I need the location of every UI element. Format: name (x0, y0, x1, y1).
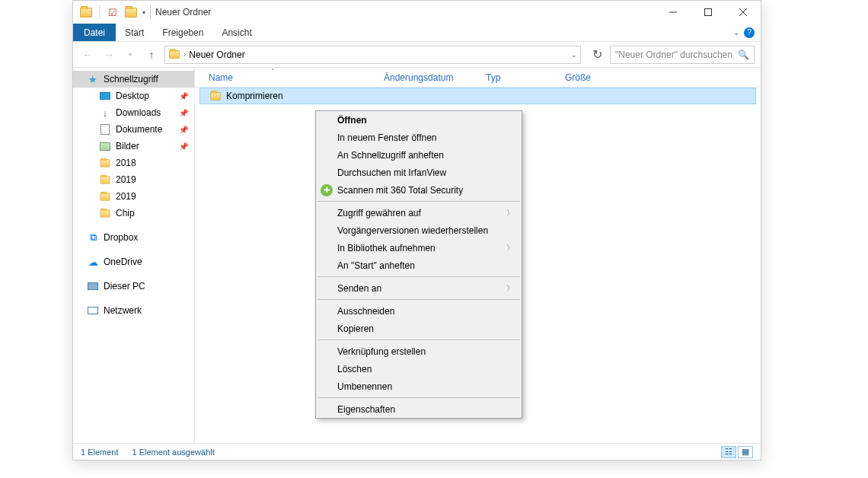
label: Schnellzugriff (104, 74, 158, 84)
label: Downloads (116, 107, 161, 118)
address-dropdown-icon[interactable]: ⌄ (571, 51, 577, 59)
separator (318, 276, 520, 277)
file-name: Komprimieren (226, 91, 283, 101)
sidebar-item-downloads[interactable]: ↓ Downloads 📌 (73, 104, 194, 121)
separator (150, 5, 151, 19)
sidebar-item-folder[interactable]: 2019 (73, 188, 194, 205)
help-icon[interactable]: ? (744, 27, 755, 38)
ctx-properties[interactable]: Eigenschaften (316, 400, 522, 418)
ctx-delete[interactable]: Löschen (316, 360, 522, 378)
ctx-create-shortcut[interactable]: Verknüpfung erstellen (316, 343, 522, 360)
separator (318, 339, 520, 340)
label: Dropbox (104, 232, 138, 243)
refresh-button[interactable]: ↻ (589, 46, 605, 63)
sidebar-item-folder[interactable]: 2018 (73, 155, 194, 171)
tab-start[interactable]: Start (116, 24, 153, 41)
window-title: Neuer Ordner (155, 7, 211, 18)
ribbon-tabs: Datei Start Freigeben Ansicht ⌄ ? (73, 24, 761, 42)
qat-newfolder-icon[interactable] (123, 4, 139, 21)
chevron-right-icon: › (183, 50, 186, 59)
ctx-scan-360[interactable]: ✚ Scannen mit 360 Total Security (316, 181, 522, 199)
sort-indicator-icon: ˄ (271, 68, 274, 75)
sidebar-item-folder[interactable]: Chip (73, 205, 194, 221)
download-icon: ↓ (99, 107, 111, 119)
dropbox-icon: ⧉ (87, 231, 99, 244)
maximize-button[interactable] (691, 1, 726, 24)
label: 2019 (116, 191, 136, 202)
nav-toolbar: ← → ▾ ↑ › Neuer Ordner ⌄ ↻ "Neuer Ordner… (73, 42, 761, 68)
label: Zugriff gewähren auf (337, 208, 421, 218)
nav-pane: ★ Schnellzugriff Desktop 📌 ↓ Downloads 📌… (73, 68, 195, 443)
ctx-previous-versions[interactable]: Vorgängerversionen wiederherstellen (316, 221, 522, 239)
column-type[interactable]: Typ (480, 72, 559, 83)
close-button[interactable] (726, 1, 761, 24)
sidebar-item-network[interactable]: Netzwerk (73, 302, 194, 319)
forward-button[interactable]: → (101, 46, 117, 63)
label: Chip (116, 208, 135, 218)
ctx-rename[interactable]: Umbenennen (316, 378, 522, 395)
separator (318, 201, 520, 202)
svg-rect-1 (705, 9, 712, 16)
ctx-grant-access[interactable]: Zugriff gewähren auf 〉 (316, 204, 522, 221)
minimize-button[interactable] (656, 1, 691, 24)
ribbon-collapse-icon[interactable]: ⌄ (733, 28, 739, 37)
label: Bilder (116, 141, 139, 151)
ctx-cut[interactable]: Ausschneiden (316, 302, 522, 320)
document-icon (99, 123, 111, 135)
pc-icon (87, 280, 99, 292)
view-details-button[interactable]: ☷ (721, 446, 736, 458)
column-name[interactable]: Name (195, 72, 378, 83)
address-bar[interactable]: › Neuer Ordner ⌄ (164, 46, 581, 64)
label: OneDrive (104, 257, 142, 267)
ctx-copy[interactable]: Kopieren (316, 320, 522, 337)
column-size[interactable]: Größe (559, 72, 620, 83)
folder-icon (99, 190, 111, 202)
search-placeholder: "Neuer Ordner" durchsuchen (615, 49, 732, 60)
label: Desktop (116, 91, 149, 101)
history-dropdown-icon[interactable]: ▾ (122, 46, 139, 63)
sidebar-item-quickaccess[interactable]: ★ Schnellzugriff (73, 71, 194, 88)
label: 2019 (116, 174, 136, 185)
title-bar: ☑ ▾ Neuer Ordner (73, 1, 761, 24)
sidebar-item-thispc[interactable]: Dieser PC (73, 278, 194, 295)
column-date[interactable]: Änderungsdatum (378, 72, 480, 83)
view-icons-button[interactable]: ▦ (738, 446, 753, 458)
qat-dropdown-icon[interactable]: ▾ (142, 9, 145, 16)
pin-icon: 📌 (179, 92, 188, 100)
submenu-arrow-icon: 〉 (506, 243, 514, 253)
sidebar-item-folder[interactable]: 2019 (73, 171, 194, 188)
network-icon (87, 304, 99, 317)
tab-view[interactable]: Ansicht (212, 24, 260, 41)
sidebar-item-onedrive[interactable]: ☁ OneDrive (73, 253, 194, 270)
label: Netzwerk (104, 305, 142, 316)
ctx-open-new-window[interactable]: In neuem Fenster öffnen (316, 129, 522, 146)
sidebar-item-pictures[interactable]: Bilder 📌 (73, 138, 194, 155)
label: Dieser PC (104, 281, 145, 292)
breadcrumb-location[interactable]: Neuer Ordner (189, 49, 244, 60)
ctx-pin-quickaccess[interactable]: An Schnellzugriff anheften (316, 146, 522, 164)
search-input[interactable]: "Neuer Ordner" durchsuchen 🔍 (610, 46, 755, 64)
tab-file[interactable]: Datei (73, 24, 116, 41)
label: Dokumente (116, 124, 162, 135)
folder-icon (99, 207, 111, 219)
tab-share[interactable]: Freigeben (153, 24, 212, 41)
ctx-open[interactable]: Öffnen (316, 111, 522, 129)
sidebar-item-dropbox[interactable]: ⧉ Dropbox (73, 229, 194, 246)
qat-properties-icon[interactable]: ☑ (104, 4, 121, 21)
desktop-icon (99, 90, 111, 102)
ctx-send-to[interactable]: Senden an 〉 (316, 279, 522, 297)
ctx-pin-start[interactable]: An "Start" anheften (316, 257, 522, 274)
star-icon: ★ (87, 73, 99, 85)
ctx-browse-irfanview[interactable]: Durchsuchen mit IrfanView (316, 164, 522, 181)
pin-icon: 📌 (179, 109, 188, 117)
up-button[interactable]: ↑ (143, 46, 160, 63)
sidebar-item-desktop[interactable]: Desktop 📌 (73, 88, 194, 104)
status-selected-count: 1 Element ausgewählt (132, 448, 215, 457)
pin-icon: 📌 (179, 126, 188, 134)
ctx-include-library[interactable]: In Bibliothek aufnehmen 〉 (316, 239, 522, 257)
label: In Bibliothek aufnehmen (337, 243, 436, 253)
sidebar-item-documents[interactable]: Dokumente 📌 (73, 121, 194, 138)
back-button[interactable]: ← (79, 46, 96, 63)
file-row[interactable]: Komprimieren (199, 88, 756, 104)
label: Scannen mit 360 Total Security (337, 185, 463, 196)
